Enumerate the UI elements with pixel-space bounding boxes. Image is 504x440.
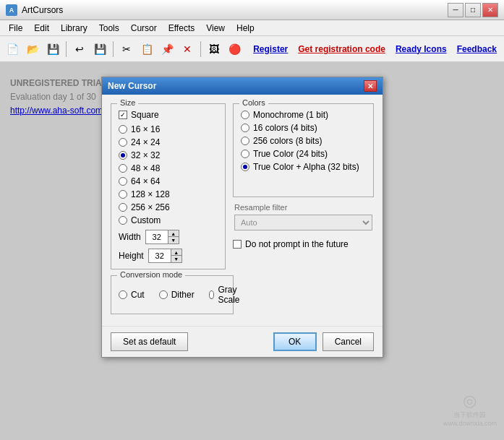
height-up-btn[interactable]: ▲ [171,249,181,256]
toolbar-delete[interactable]: ✕ [178,40,197,59]
menu-edit[interactable]: Edit [28,22,55,35]
size-label-5: 128 × 128 [131,189,170,199]
do-not-prompt-checkbox[interactable] [233,240,242,249]
conversion-label-0: Cut [131,290,145,300]
do-not-prompt-label: Do not prompt in the future [245,239,349,249]
size-option-7[interactable]: Custom [119,215,218,225]
dialog-main-row: Size ✓ Square 16 × 16 24 × 24 [111,103,374,269]
dialog-close-button[interactable]: ✕ [364,80,377,92]
size-option-0[interactable]: 16 × 16 [119,124,218,134]
size-option-2[interactable]: 32 × 32 [119,150,218,160]
resample-section: Resample filter Auto [233,203,374,230]
resample-select[interactable]: Auto [234,215,372,230]
height-down-btn[interactable]: ▼ [171,256,181,262]
do-not-prompt-row[interactable]: Do not prompt in the future [233,239,374,249]
ok-cancel-group: OK Cancel [273,332,374,351]
conversion-option-2[interactable]: Gray Scale [209,285,243,305]
color-radio-2[interactable] [241,137,249,145]
toolbar-save[interactable]: 💾 [43,40,62,59]
size-radio-7[interactable] [119,216,127,225]
ready-icons-link[interactable]: Ready Icons [391,44,451,54]
height-input[interactable] [149,249,171,262]
color-radio-1[interactable] [241,124,249,132]
conversion-radio-1[interactable] [159,290,168,299]
toolbar-paste[interactable]: 📌 [158,40,176,59]
size-radio-6[interactable] [119,203,127,212]
size-label-7: Custom [131,215,161,225]
color-option-2[interactable]: 256 colors (8 bits) [241,136,366,146]
size-option-4[interactable]: 64 × 64 [119,176,218,186]
width-label: Width [119,232,141,242]
width-up-btn[interactable]: ▲ [168,230,179,237]
size-option-6[interactable]: 256 × 256 [119,202,218,212]
colors-group: Colors Monochrome (1 bit) 16 colors (4 b… [233,103,374,197]
dialog-body: Size ✓ Square 16 × 16 24 × 24 [102,95,383,323]
height-spinner[interactable]: ▲ ▼ [148,249,182,263]
size-radio-4[interactable] [119,177,127,186]
conversion-radio-0[interactable] [119,290,127,299]
set-default-button[interactable]: Set as default [111,332,188,351]
size-radio-3[interactable] [119,164,127,173]
toolbar-cut[interactable]: ✂ [117,40,136,59]
conversion-radio-2[interactable] [209,290,215,299]
conversion-option-0[interactable]: Cut [119,285,145,305]
new-cursor-dialog: New Cursor ✕ Size ✓ Square 16 [101,77,383,358]
cancel-button[interactable]: Cancel [323,332,374,351]
size-label-6: 256 × 256 [131,202,170,212]
register-link[interactable]: Register [249,44,292,54]
size-radio-0[interactable] [119,125,127,134]
color-option-4[interactable]: True Color + Alpha (32 bits) [241,162,366,172]
menu-help[interactable]: Help [231,22,260,35]
color-option-3[interactable]: True Color (24 bits) [241,149,366,159]
toolbar-undo[interactable]: ↩ [70,40,89,59]
width-input[interactable] [146,230,168,243]
conversion-label-2: Gray Scale [218,285,242,305]
conversion-label-1: Dither [171,290,195,300]
color-option-1[interactable]: 16 colors (4 bits) [241,123,366,133]
color-label-4: True Color + Alpha (32 bits) [253,162,359,172]
toolbar-open[interactable]: 📂 [23,40,42,59]
conversion-option-1[interactable]: Dither [159,285,195,305]
toolbar: 📄 📂 💾 ↩ 💾 ✂ 📋 📌 ✕ 🖼 🔴 Register Get regis… [0,36,504,62]
size-option-5[interactable]: 128 × 128 [119,189,218,199]
height-spinner-btns: ▲ ▼ [171,249,181,262]
menu-tools[interactable]: Tools [93,22,125,35]
color-radio-0[interactable] [241,111,249,119]
size-label-3: 48 × 48 [131,163,160,173]
menu-effects[interactable]: Effects [163,22,200,35]
square-checkbox[interactable]: ✓ [119,111,127,119]
toolbar-new[interactable]: 📄 [3,40,22,59]
color-radio-3[interactable] [241,150,249,158]
size-label-2: 32 × 32 [131,150,160,160]
width-down-btn[interactable]: ▼ [168,237,179,243]
menu-file[interactable]: File [3,22,28,35]
size-radio-2[interactable] [119,151,127,160]
toolbar-copy[interactable]: 📋 [137,40,156,59]
height-row: Height ▲ ▼ [119,249,218,263]
get-code-link[interactable]: Get registration code [294,44,390,54]
close-button[interactable]: ✕ [482,3,498,17]
menu-cursor[interactable]: Cursor [125,22,163,35]
menu-view[interactable]: View [200,22,231,35]
width-row: Width ▲ ▼ [119,230,218,244]
size-group-label: Size [117,98,138,107]
size-radio-1[interactable] [119,138,127,147]
size-option-3[interactable]: 48 × 48 [119,163,218,173]
feedback-link[interactable]: Feedback [453,44,501,54]
minimize-button[interactable]: ─ [448,3,464,17]
width-spinner[interactable]: ▲ ▼ [145,230,179,244]
color-option-0[interactable]: Monochrome (1 bit) [241,110,366,120]
title-bar: A ArtCursors ─ □ ✕ [0,0,504,20]
toolbar-save2[interactable]: 💾 [90,40,109,59]
toolbar-extra2[interactable]: 🔴 [225,40,244,59]
menu-library[interactable]: Library [55,22,93,35]
size-option-1[interactable]: 24 × 24 [119,137,218,147]
toolbar-extra1[interactable]: 🖼 [205,40,223,59]
color-radio-4[interactable] [241,163,249,171]
maximize-button[interactable]: □ [465,3,481,17]
color-label-0: Monochrome (1 bit) [253,110,328,120]
app-icon: A [6,4,17,16]
ok-button[interactable]: OK [273,332,317,351]
size-radio-5[interactable] [119,190,127,199]
color-label-3: True Color (24 bits) [253,149,328,159]
